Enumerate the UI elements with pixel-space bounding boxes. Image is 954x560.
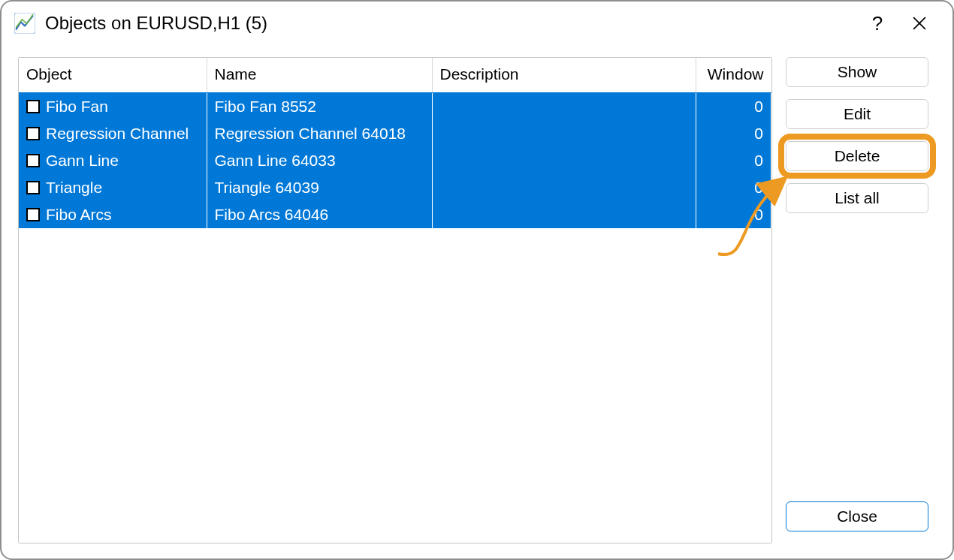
cell-object: Fibo Arcs xyxy=(19,201,207,228)
objects-table: Object Name Description Window Fibo FanF… xyxy=(18,57,772,543)
table-header-row: Object Name Description Window xyxy=(19,58,771,93)
table-row[interactable]: Gann LineGann Line 640330 xyxy=(19,147,771,174)
edit-button[interactable]: Edit xyxy=(786,99,928,129)
cell-window: 0 xyxy=(696,120,771,147)
cell-window: 0 xyxy=(696,147,771,174)
cell-description xyxy=(432,120,696,147)
table-row[interactable]: Fibo FanFibo Fan 85520 xyxy=(19,93,771,121)
cell-object-label: Regression Channel xyxy=(46,125,189,142)
help-button[interactable]: ? xyxy=(856,6,898,41)
cell-window: 0 xyxy=(696,93,771,121)
cell-object-label: Fibo Fan xyxy=(46,98,108,115)
row-checkbox[interactable] xyxy=(26,127,40,140)
column-header-name[interactable]: Name xyxy=(207,58,432,93)
cell-window: 0 xyxy=(696,201,771,228)
show-button[interactable]: Show xyxy=(786,57,928,87)
cell-name: Fibo Fan 8552 xyxy=(207,93,432,121)
column-header-window[interactable]: Window xyxy=(696,58,771,93)
side-button-panel: Show Edit Delete List all Close xyxy=(786,57,936,543)
cell-description xyxy=(432,147,696,174)
content-area: Object Name Description Window Fibo FanF… xyxy=(2,45,952,558)
row-checkbox[interactable] xyxy=(26,100,40,113)
cell-name: Gann Line 64033 xyxy=(207,147,432,174)
cell-description xyxy=(432,93,696,121)
table-empty-area xyxy=(19,228,771,543)
table-row[interactable]: Fibo ArcsFibo Arcs 640460 xyxy=(19,201,771,228)
title-bar: Objects on EURUSD,H1 (5) ? xyxy=(2,2,952,45)
cell-name: Regression Channel 64018 xyxy=(207,120,432,147)
cell-object: Gann Line xyxy=(19,147,207,174)
column-header-object[interactable]: Object xyxy=(19,58,207,93)
cell-window: 0 xyxy=(696,174,771,201)
chart-icon xyxy=(14,12,36,35)
table-row[interactable]: Regression ChannelRegression Channel 640… xyxy=(19,120,771,147)
row-checkbox[interactable] xyxy=(26,208,40,221)
close-button[interactable]: Close xyxy=(786,501,928,531)
row-checkbox[interactable] xyxy=(26,154,40,167)
cell-object-label: Triangle xyxy=(46,179,102,196)
close-icon[interactable] xyxy=(898,6,940,41)
column-header-description[interactable]: Description xyxy=(432,58,696,93)
table-row[interactable]: TriangleTriangle 640390 xyxy=(19,174,771,201)
cell-description xyxy=(432,174,696,201)
cell-object: Triangle xyxy=(19,174,207,201)
window-title: Objects on EURUSD,H1 (5) xyxy=(45,13,267,34)
cell-object: Fibo Fan xyxy=(19,93,207,121)
list-all-button[interactable]: List all xyxy=(786,183,928,213)
cell-description xyxy=(432,201,696,228)
cell-name: Triangle 64039 xyxy=(207,174,432,201)
cell-object-label: Gann Line xyxy=(46,152,119,169)
row-checkbox[interactable] xyxy=(26,181,40,194)
cell-object: Regression Channel xyxy=(19,120,207,147)
delete-button[interactable]: Delete xyxy=(786,141,928,171)
cell-object-label: Fibo Arcs xyxy=(46,206,112,223)
dialog-window: Objects on EURUSD,H1 (5) ? Object Name xyxy=(0,0,954,560)
cell-name: Fibo Arcs 64046 xyxy=(207,201,432,228)
